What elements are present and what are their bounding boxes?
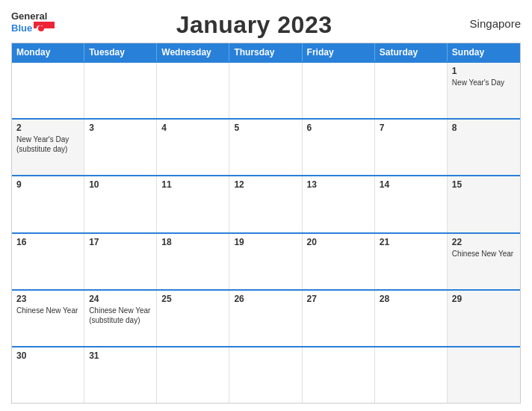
- cal-cell: 19: [229, 234, 302, 289]
- cal-cell: [375, 347, 448, 403]
- cal-cell: 6: [303, 120, 375, 175]
- cal-row-4: 16171819202122Chinese New Year: [12, 232, 520, 289]
- day-number: 6: [307, 123, 370, 133]
- logo-general-text: General: [11, 11, 55, 22]
- cal-cell: [375, 63, 448, 118]
- day-number: 28: [380, 294, 442, 304]
- cal-cell: 2New Year's Day (substitute day): [12, 120, 84, 175]
- cal-cell: 29: [448, 291, 520, 346]
- day-number: 31: [89, 350, 152, 361]
- svg-point-3: [38, 25, 44, 31]
- day-number: 26: [234, 294, 297, 304]
- title-block: January 2023: [55, 11, 454, 39]
- day-number: 10: [89, 179, 152, 190]
- day-number: 16: [16, 237, 79, 247]
- day-number: 30: [16, 350, 79, 361]
- cal-cell: [157, 63, 229, 118]
- cal-cell: 21: [375, 234, 448, 289]
- page: General Blue: [0, 0, 532, 411]
- day-event: New Year's Day: [452, 78, 516, 87]
- cal-header-monday: Monday: [12, 43, 84, 61]
- day-number: 15: [452, 179, 516, 190]
- cal-cell: 12: [229, 176, 302, 232]
- day-number: 25: [161, 294, 224, 304]
- logo-flag-icon: [34, 22, 55, 35]
- cal-cell: [157, 347, 229, 403]
- cal-header-sunday: Sunday: [448, 43, 520, 61]
- cal-header-saturday: Saturday: [375, 43, 448, 61]
- day-number: 7: [380, 123, 442, 133]
- calendar-body: 1New Year's Day2New Year's Day (substitu…: [12, 61, 520, 403]
- day-number: 14: [380, 179, 442, 190]
- cal-cell: 20: [303, 234, 375, 289]
- day-number: 3: [89, 123, 152, 133]
- calendar-header: MondayTuesdayWednesdayThursdayFridaySatu…: [12, 43, 520, 61]
- cal-header-wednesday: Wednesday: [157, 43, 229, 61]
- cal-cell: 11: [157, 176, 229, 232]
- header: General Blue: [11, 11, 521, 39]
- day-number: 21: [380, 237, 442, 247]
- cal-cell: 7: [375, 120, 448, 175]
- cal-cell: 15: [448, 176, 520, 232]
- calendar: MondayTuesdayWednesdayThursdayFridaySatu…: [11, 43, 521, 404]
- cal-row-2: 2New Year's Day (substitute day)345678: [12, 118, 520, 175]
- cal-cell: 17: [84, 234, 157, 289]
- cal-cell: 25: [157, 291, 229, 346]
- cal-cell: 16: [12, 234, 84, 289]
- logo: General Blue: [11, 11, 55, 35]
- day-number: 5: [234, 123, 297, 133]
- day-number: 24: [89, 294, 152, 304]
- day-number: 20: [307, 237, 370, 247]
- day-number: 12: [234, 179, 297, 190]
- day-number: 22: [452, 237, 516, 247]
- cal-cell: [448, 347, 520, 403]
- cal-cell: [229, 63, 302, 118]
- cal-cell: 9: [12, 176, 84, 232]
- cal-cell: 5: [229, 120, 302, 175]
- day-number: 8: [452, 123, 516, 133]
- cal-cell: [303, 347, 375, 403]
- day-number: 29: [452, 294, 516, 304]
- cal-header-thursday: Thursday: [229, 43, 302, 61]
- day-number: 27: [307, 294, 370, 304]
- day-number: 17: [89, 237, 152, 247]
- cal-cell: 8: [448, 120, 520, 175]
- cal-row-3: 9101112131415: [12, 175, 520, 232]
- cal-row-5: 23Chinese New Year24Chinese New Year (su…: [12, 289, 520, 346]
- day-number: 19: [234, 237, 297, 247]
- day-number: 4: [161, 123, 224, 133]
- main-title: January 2023: [55, 11, 454, 39]
- day-number: 2: [16, 123, 79, 133]
- day-event: Chinese New Year (substitute day): [89, 306, 152, 325]
- cal-cell: 28: [375, 291, 448, 346]
- cal-row-6: 3031: [12, 346, 520, 403]
- cal-header-friday: Friday: [303, 43, 375, 61]
- cal-cell: [229, 347, 302, 403]
- cal-cell: 27: [303, 291, 375, 346]
- cal-cell: [12, 63, 84, 118]
- svg-rect-0: [34, 22, 55, 28]
- svg-rect-1: [34, 28, 55, 35]
- day-number: 11: [161, 179, 224, 190]
- cal-cell: 24Chinese New Year (substitute day): [84, 291, 157, 346]
- cal-cell: [84, 63, 157, 118]
- cal-cell: 13: [303, 176, 375, 232]
- day-number: 9: [16, 179, 79, 190]
- cal-header-tuesday: Tuesday: [84, 43, 157, 61]
- day-number: 18: [161, 237, 224, 247]
- cal-cell: 18: [157, 234, 229, 289]
- day-event: Chinese New Year: [452, 249, 516, 259]
- day-event: New Year's Day (substitute day): [16, 135, 79, 154]
- cal-cell: 22Chinese New Year: [448, 234, 520, 289]
- cal-cell: 1New Year's Day: [448, 63, 520, 118]
- cal-cell: 10: [84, 176, 157, 232]
- cal-cell: [303, 63, 375, 118]
- cal-cell: 3: [84, 120, 157, 175]
- cal-cell: 31: [84, 347, 157, 403]
- cal-cell: 30: [12, 347, 84, 403]
- day-number: 13: [307, 179, 370, 190]
- cal-cell: 14: [375, 176, 448, 232]
- country-label: Singapore: [454, 11, 521, 30]
- cal-cell: 4: [157, 120, 229, 175]
- logo-blue-text: Blue: [11, 23, 32, 34]
